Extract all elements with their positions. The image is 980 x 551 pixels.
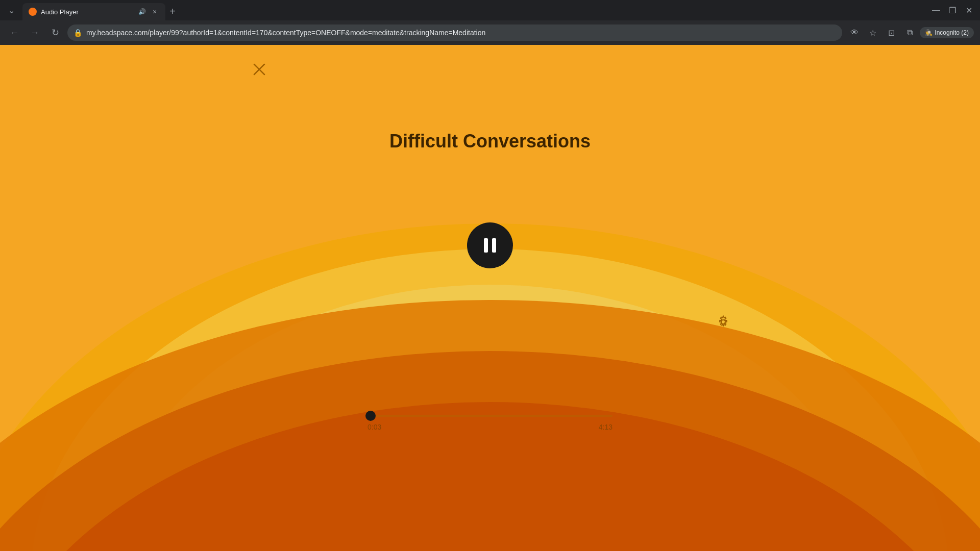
tab-close-button[interactable]: × xyxy=(150,7,159,16)
progress-track[interactable] xyxy=(368,415,612,417)
lock-icon: 🔒 xyxy=(74,29,82,37)
window-close-button[interactable]: ✕ xyxy=(962,3,976,17)
pause-bar-right xyxy=(492,238,496,253)
pause-button[interactable] xyxy=(467,222,513,268)
extensions-button[interactable]: ⧉ xyxy=(901,24,918,41)
tab-dropdown-button[interactable]: ⌄ xyxy=(4,3,18,17)
no-tracking-button[interactable]: 👁 xyxy=(846,24,863,41)
forward-button[interactable]: → xyxy=(27,24,43,41)
address-bar[interactable]: 🔒 my.headspace.com/player/99?authorId=1&… xyxy=(67,24,842,41)
back-button[interactable]: ← xyxy=(6,24,22,41)
new-tab-button[interactable]: + xyxy=(165,4,180,18)
background-arcs xyxy=(0,45,980,551)
time-labels: 0:03 4:13 xyxy=(368,423,612,431)
reload-button[interactable]: ↻ xyxy=(47,24,63,41)
pause-bar-left xyxy=(484,238,488,253)
progress-area: 0:03 4:13 xyxy=(368,415,612,431)
progress-thumb[interactable] xyxy=(365,411,376,421)
close-player-button[interactable] xyxy=(250,60,268,79)
tab-nav-buttons: ⌄ xyxy=(4,3,18,20)
url-text: my.headspace.com/player/99?authorId=1&co… xyxy=(86,29,836,37)
pause-icon xyxy=(484,238,496,253)
total-time: 4:13 xyxy=(599,423,612,431)
settings-button[interactable] xyxy=(714,313,732,331)
toolbar-actions: 👁 ☆ ⊡ ⧉ 🕵 Incognito (2) xyxy=(846,24,974,41)
incognito-icon: 🕵 xyxy=(925,29,933,36)
tab-title: Audio Player xyxy=(41,8,134,16)
current-time: 0:03 xyxy=(368,423,381,431)
browser-chrome: ⌄ Audio Player 🔊 × + — ❐ ✕ ← → ↻ 🔒 my.he… xyxy=(0,0,980,45)
minimize-button[interactable]: — xyxy=(929,3,943,17)
close-icon xyxy=(252,62,266,77)
incognito-label: Incognito (2) xyxy=(935,29,969,36)
maximize-button[interactable]: ❐ xyxy=(945,3,960,17)
incognito-badge: 🕵 Incognito (2) xyxy=(920,27,974,38)
bookmark-button[interactable]: ☆ xyxy=(865,24,881,41)
browser-toolbar: ← → ↻ 🔒 my.headspace.com/player/99?autho… xyxy=(0,20,980,45)
gear-icon xyxy=(716,315,730,329)
window-controls: — ❐ ✕ xyxy=(929,3,976,20)
page-content: Difficult Conversations 0:03 4:13 xyxy=(0,45,980,551)
tab-bar: ⌄ Audio Player 🔊 × + — ❐ ✕ xyxy=(0,0,980,20)
track-title: Difficult Conversations xyxy=(389,131,591,152)
tab-favicon xyxy=(29,8,37,16)
active-tab[interactable]: Audio Player 🔊 × xyxy=(22,3,165,20)
tab-audio-icon: 🔊 xyxy=(138,8,146,15)
tab-search-button[interactable]: ⊡ xyxy=(883,24,899,41)
